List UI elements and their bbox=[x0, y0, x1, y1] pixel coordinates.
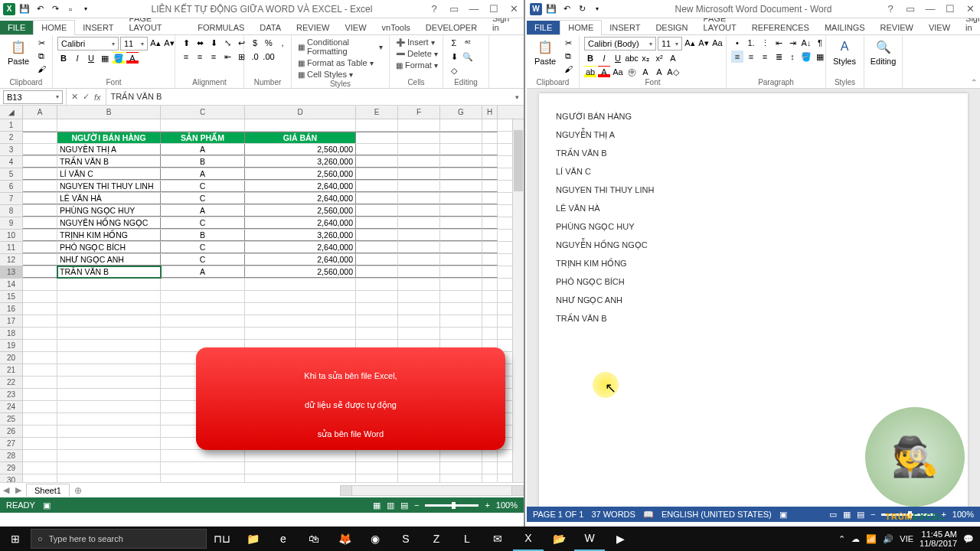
undo-icon[interactable]: ↶ bbox=[34, 3, 46, 15]
subscript-icon[interactable]: x₂ bbox=[639, 52, 652, 64]
numbering-icon[interactable]: 1. bbox=[745, 37, 757, 49]
col-header-F[interactable]: F bbox=[398, 106, 440, 119]
fill-color-icon[interactable]: 🪣 bbox=[113, 52, 125, 64]
cell[interactable] bbox=[245, 328, 356, 339]
cell[interactable]: PHÙNG NGỌC HUY bbox=[57, 205, 161, 217]
cell[interactable] bbox=[398, 119, 440, 131]
outlook-icon[interactable]: ✉ bbox=[482, 527, 513, 551]
word-line[interactable]: NGUYỄN THỊ A bbox=[556, 126, 951, 144]
cell[interactable] bbox=[356, 205, 398, 217]
view-pagelayout-icon[interactable]: ▥ bbox=[387, 500, 394, 510]
cell[interactable] bbox=[161, 462, 245, 474]
shrink-font-icon[interactable]: A▾ bbox=[697, 37, 710, 49]
row-header[interactable]: 24 bbox=[0, 401, 23, 413]
volume-icon[interactable]: 🔊 bbox=[883, 534, 893, 544]
cell[interactable] bbox=[398, 156, 440, 168]
cell[interactable]: 2,560,000 bbox=[245, 144, 356, 155]
superscript-icon[interactable]: x² bbox=[653, 52, 665, 64]
zalo-icon[interactable]: Z bbox=[421, 527, 452, 551]
paste-button[interactable]: 📋Paste bbox=[531, 37, 559, 67]
align-center-icon[interactable]: ≡ bbox=[745, 51, 757, 63]
row-header[interactable]: 1 bbox=[0, 119, 23, 132]
col-header-A[interactable]: A bbox=[23, 106, 57, 119]
row-header[interactable]: 23 bbox=[0, 389, 23, 401]
delete-cells-button[interactable]: ➖ Delete ▾ bbox=[394, 48, 439, 59]
col-header-E[interactable]: E bbox=[356, 106, 398, 119]
sort-icon[interactable]: A↓ bbox=[800, 37, 812, 49]
format-painter-icon[interactable]: 🖌 bbox=[35, 63, 47, 75]
cell[interactable]: TRẦN VĂN B bbox=[57, 266, 161, 278]
cell[interactable]: NGUYEN THI THUY LINH bbox=[57, 181, 161, 192]
word-document-area[interactable]: NGƯỜI BÁN HÀNGNGUYỄN THỊ ATRẦN VĂN BLÍ V… bbox=[527, 89, 980, 507]
show-marks-icon[interactable]: ¶ bbox=[814, 37, 826, 49]
cell[interactable] bbox=[57, 119, 161, 131]
redo-icon[interactable]: ↷ bbox=[49, 3, 61, 15]
cell[interactable]: C bbox=[161, 242, 245, 253]
name-box[interactable]: B13▾ bbox=[3, 90, 63, 104]
cell[interactable] bbox=[23, 352, 57, 364]
cell[interactable]: 2,640,000 bbox=[245, 193, 356, 204]
inc-decimal-icon[interactable]: .0 bbox=[249, 51, 261, 63]
autosum-icon[interactable]: Σ bbox=[448, 37, 460, 49]
cell[interactable] bbox=[57, 340, 161, 351]
horizontal-scrollbar[interactable] bbox=[340, 485, 524, 496]
line-spacing-icon[interactable]: ↕ bbox=[786, 51, 799, 63]
row-header[interactable]: 21 bbox=[0, 364, 23, 377]
conditional-formatting-button[interactable]: ▦ Conditional Formatting ▾ bbox=[296, 37, 384, 57]
clear-format-icon[interactable]: A◇ bbox=[667, 66, 679, 78]
cell[interactable] bbox=[23, 291, 57, 302]
line-icon[interactable]: L bbox=[452, 527, 482, 551]
cell[interactable] bbox=[440, 328, 482, 339]
view-print-icon[interactable]: ▦ bbox=[843, 510, 851, 520]
copy-icon[interactable]: ⧉ bbox=[562, 50, 574, 62]
status-words[interactable]: 37 WORDS bbox=[591, 510, 635, 519]
change-case-icon[interactable]: Aa bbox=[711, 37, 724, 49]
dec-indent-icon[interactable]: ⇤ bbox=[773, 37, 785, 49]
cell[interactable] bbox=[57, 291, 161, 302]
cell[interactable] bbox=[482, 217, 498, 229]
cell[interactable]: 2,560,000 bbox=[245, 168, 356, 180]
align-top-icon[interactable]: ⬆ bbox=[180, 37, 192, 49]
view-web-icon[interactable]: ▤ bbox=[857, 510, 864, 520]
fx-icon[interactable]: fx bbox=[94, 93, 101, 102]
cell[interactable] bbox=[356, 279, 398, 290]
qat-more-icon[interactable]: ▾ bbox=[591, 3, 603, 15]
row-header[interactable]: 4 bbox=[0, 156, 23, 168]
cell[interactable] bbox=[57, 401, 161, 412]
cell[interactable] bbox=[57, 474, 161, 482]
cell[interactable] bbox=[23, 438, 57, 449]
cell[interactable]: 2,640,000 bbox=[245, 217, 356, 229]
cell[interactable] bbox=[356, 303, 398, 315]
cell[interactable] bbox=[23, 315, 57, 327]
cell[interactable] bbox=[440, 450, 482, 461]
cell[interactable] bbox=[161, 315, 245, 327]
cell[interactable]: C bbox=[161, 193, 245, 204]
cell[interactable] bbox=[57, 377, 161, 388]
macro-icon[interactable]: ▣ bbox=[779, 510, 787, 520]
cell[interactable] bbox=[23, 242, 57, 253]
zoom-out-icon[interactable]: − bbox=[414, 500, 419, 510]
tab-home[interactable]: HOME bbox=[560, 20, 602, 35]
italic-button[interactable]: I bbox=[71, 52, 83, 64]
cell[interactable] bbox=[398, 205, 440, 217]
qat-more-icon[interactable]: ▾ bbox=[80, 3, 92, 15]
font-color-icon[interactable]: A bbox=[126, 52, 139, 64]
cell[interactable] bbox=[482, 462, 498, 474]
format-cells-button[interactable]: ▦ Format ▾ bbox=[394, 60, 439, 70]
cell[interactable] bbox=[440, 279, 482, 290]
zoom-slider[interactable] bbox=[881, 514, 935, 516]
font-name-combo[interactable]: Calibri (Body)▾ bbox=[584, 37, 656, 51]
align-left-icon[interactable]: ≡ bbox=[180, 51, 192, 63]
cell[interactable] bbox=[161, 279, 245, 290]
cell[interactable] bbox=[398, 230, 440, 241]
col-header-H[interactable]: H bbox=[482, 106, 498, 119]
tab-file[interactable]: FILE bbox=[0, 21, 33, 34]
cell[interactable]: 2,640,000 bbox=[245, 242, 356, 253]
row-header[interactable]: 28 bbox=[0, 450, 23, 462]
cell[interactable] bbox=[356, 291, 398, 302]
cell[interactable] bbox=[161, 303, 245, 315]
cell[interactable] bbox=[440, 462, 482, 474]
cell[interactable] bbox=[440, 230, 482, 241]
ribbon-options-icon[interactable]: ▭ bbox=[900, 0, 920, 18]
cell[interactable] bbox=[23, 413, 57, 425]
